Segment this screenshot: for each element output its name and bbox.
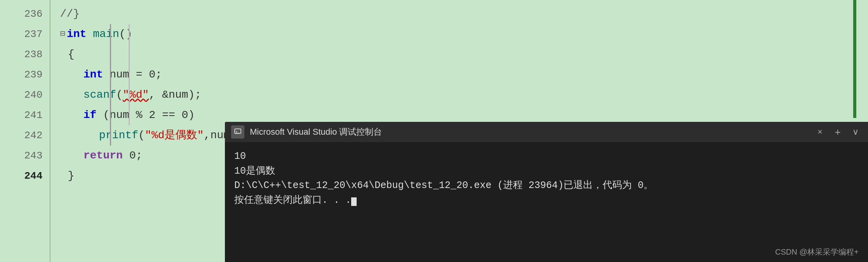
code-line-238: { [60, 44, 868, 65]
plain-241: (num % 2 == 0) [97, 105, 195, 125]
keyword-int-237: int [67, 24, 86, 44]
plain-237 [87, 24, 93, 44]
csdn-watermark: CSDN @林采采学编程+ [775, 247, 859, 257]
fn-main: main [93, 24, 119, 44]
line-number-244: 244 [0, 166, 42, 186]
code-comment-236: //} [60, 4, 80, 24]
terminal-output-line-3: D:\C\C++\test_12_20\x64\Debug\test_12_20… [234, 178, 859, 193]
svg-rect-0 [235, 129, 241, 134]
code-line-240: scanf ( "%d" , &num); [60, 85, 868, 105]
terminal-output-line-2: 10是偶数 [234, 164, 859, 179]
terminal-add-button[interactable]: + [832, 125, 844, 140]
line-number-236: 236 [0, 4, 42, 24]
main-container: 236 237 238 239 240 241 242 243 244 //} … [0, 0, 868, 262]
green-bar-indicator [853, 0, 856, 118]
terminal-chevron-button[interactable]: ∨ [849, 125, 862, 139]
line-number-240: 240 [0, 85, 42, 105]
terminal-icon [231, 125, 244, 139]
terminal-output-line-1: 10 [234, 149, 859, 164]
line-number-241: 241 [0, 105, 42, 125]
line-number-243: 243 [0, 146, 42, 166]
block-line2 [129, 24, 130, 125]
keyword-int-239: int [83, 65, 103, 85]
code-line-236: //} [60, 4, 868, 24]
block-line [110, 24, 111, 146]
keyword-return: return [83, 146, 123, 166]
terminal-close-button[interactable]: × [814, 126, 826, 138]
terminal-overlay: Microsoft Visual Studio 调试控制台 × + ∨ 10 1… [225, 122, 868, 262]
collapse-btn-237[interactable]: ⊟ [60, 24, 65, 44]
plain-240a: ( [116, 85, 123, 105]
plain-243: 0; [123, 146, 142, 166]
str-242: "%d是偶数" [145, 125, 204, 146]
cursor [351, 197, 357, 206]
plain-242a: ( [138, 125, 145, 146]
line-number-239: 239 [0, 65, 42, 85]
code-line-239: int num = 0; [60, 65, 868, 85]
plain-240b: , &num); [149, 85, 201, 105]
line-number-237: 237 [0, 24, 42, 44]
str-240: "%d" [123, 85, 149, 105]
fn-printf: printf [99, 125, 138, 146]
terminal-title: Microsoft Visual Studio 调试控制台 [250, 126, 808, 138]
terminal-output-line-4: 按任意键关闭此窗口. . . [234, 193, 859, 208]
terminal-body[interactable]: 10 10是偶数 D:\C\C++\test_12_20\x64\Debug\t… [225, 142, 868, 262]
plain-239a: num = 0; [103, 65, 162, 85]
line-number-242: 242 [0, 125, 42, 146]
keyword-if: if [83, 105, 97, 125]
plain-237b: () [119, 24, 133, 44]
brace-close: } [68, 166, 74, 186]
line-number-238: 238 [0, 44, 42, 65]
code-line-237: ⊟ int main () [60, 24, 868, 44]
terminal-titlebar: Microsoft Visual Studio 调试控制台 × + ∨ [225, 122, 868, 142]
fn-scanf: scanf [83, 85, 116, 105]
brace-open: { [68, 44, 74, 65]
csdn-watermark-text: CSDN @林采采学编程+ [775, 248, 859, 256]
line-numbers: 236 237 238 239 240 241 242 243 244 [0, 0, 51, 262]
